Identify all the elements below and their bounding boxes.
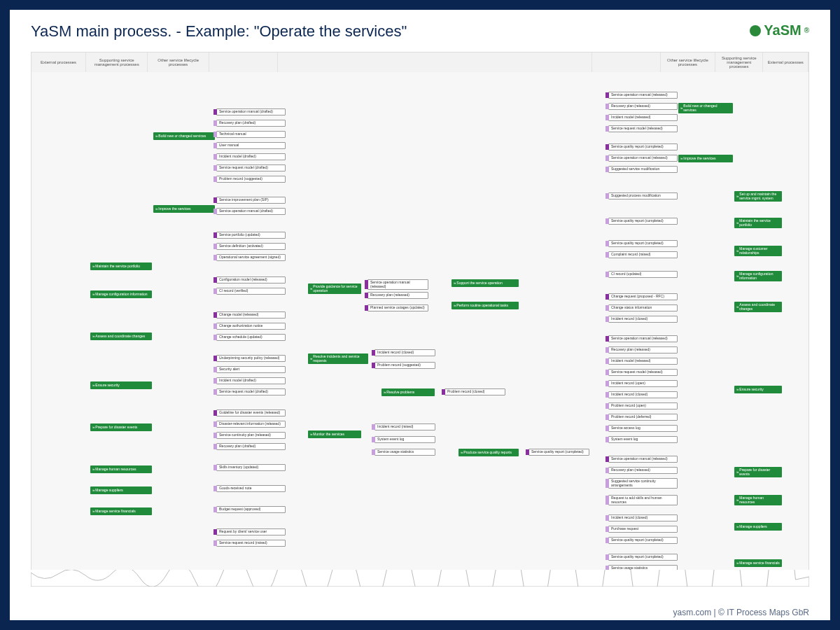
footer-copyright: © IT Process Maps GbR [718, 608, 809, 617]
lane-docs-l [209, 52, 278, 72]
left-doc-9: Service portfolio (updated) [216, 232, 286, 239]
left-doc-22: Disaster-relevant information (released) [216, 421, 286, 428]
lane-center [278, 52, 592, 72]
left-doc-6: Problem record (suggested) [216, 176, 286, 183]
left-process-5: »Ensure security [90, 382, 152, 389]
right-process-1: »Improve the services [678, 155, 733, 162]
header: YaSM main process. - Example: "Operate t… [10, 10, 830, 45]
registered-mark: ® [804, 27, 809, 34]
left-process-7: »Manage human resources [90, 465, 152, 473]
right-doc-0: Service operation manual (released) [608, 92, 678, 99]
lane-life-l: Other service lifecycle processes [148, 52, 209, 72]
center-top-proc-1: »Perform routine operational tasks [451, 302, 519, 309]
right-doc-25: Service operation manual (released) [608, 456, 678, 463]
left-doc-3: User manual [216, 142, 286, 149]
right-doc-2: Incident model (released) [608, 114, 678, 121]
center-monitor-doc-1: System event log [374, 436, 435, 443]
lane-sup-r: Supporting service management processes [715, 52, 763, 72]
center-resolve-doc-1: Problem record (suggested) [374, 362, 435, 369]
right-doc-6: Suggested service modification [608, 166, 678, 173]
center-monitor-doc-2: Service usage statistics [374, 449, 435, 456]
left-doc-29: Service request record (raised) [216, 540, 286, 547]
left-doc-21: Guideline for disaster events (released) [216, 410, 286, 416]
left-doc-7: Service improvement plan (SIP) [216, 197, 286, 204]
footer: yasm.com | © IT Process Maps GbR [673, 608, 809, 617]
right-process-3: »Maintain the service portfolio [734, 218, 782, 228]
left-doc-0: Service operation manual (drafted) [216, 108, 286, 115]
right-process-7: »Ensure security [734, 386, 782, 393]
left-doc-12: Configuration model (released) [216, 276, 286, 284]
right-doc-10: Complaint record (raised) [608, 251, 678, 258]
center-resolve-problems-doc: Problem record (closed) [444, 388, 505, 396]
left-doc-25: Skills inventory (updated) [216, 464, 286, 471]
torn-edge [31, 570, 809, 587]
left-doc-5: Service request model (drafted) [216, 164, 286, 172]
right-doc-23: Service access log [608, 425, 678, 432]
center-resolve-problems: »Resolve problems [382, 388, 435, 396]
right-doc-3: Service request model (released) [608, 125, 678, 132]
right-process-9: »Manage human resources [734, 495, 782, 505]
center-provide-guidance: »Provide guidance for service operation [308, 284, 361, 294]
right-process-11: »Manage service financials [734, 559, 782, 567]
footer-site: yasm.com [673, 608, 712, 617]
lane-docs-r [592, 52, 661, 72]
right-doc-16: Recovery plan (released) [608, 346, 678, 354]
right-process-8: »Prepare for disaster events [734, 467, 782, 477]
center-top-doc-0: Service operation manual (released) [368, 279, 428, 290]
right-doc-17: Incident model (released) [608, 358, 678, 365]
left-process-2: »Maintain the service portfolio [90, 262, 152, 270]
left-doc-1: Recovery plan (drafted) [216, 120, 286, 127]
left-process-1: »Improve the services [153, 205, 215, 213]
left-doc-28: Request by client/ service user [216, 528, 286, 536]
right-doc-28: Request to add skills and human resource… [608, 495, 678, 505]
lane-body-ext-l [31, 72, 88, 584]
left-doc-26: Goods-received note [216, 485, 286, 492]
right-doc-1: Recovery plan (released) [608, 103, 678, 110]
center-resolve-doc-0: Incident record (closed) [374, 349, 435, 356]
right-doc-7: Suggested process modification [608, 192, 678, 200]
lane-sup-l: Supporting service management processes [86, 52, 148, 72]
lane-headers: External processesSupporting service man… [31, 52, 808, 72]
lane-body-ext-r [780, 72, 809, 584]
left-process-8: »Manage suppliers [90, 486, 152, 494]
center-quality-reports: »Produce service quality reports [458, 449, 519, 456]
center-quality-doc: Service quality report (completed) [528, 449, 589, 456]
left-doc-16: Change schedule (updated) [216, 334, 286, 341]
right-doc-4: Service quality report (completed) [608, 144, 678, 150]
brand-text: YaSM [764, 22, 801, 38]
left-doc-11: Operational service agreement (signed) [216, 254, 286, 261]
lane-ext-r: External processes [763, 52, 808, 72]
right-process-10: »Manage suppliers [734, 523, 782, 531]
left-process-4: »Assess and coordinate changes [90, 332, 152, 340]
center-resolve: »Resolve incidents and service requests [308, 354, 368, 364]
center-top-doc-2: Planned service outages (updated) [368, 304, 428, 312]
left-process-6: »Prepare for disaster events [90, 424, 152, 431]
center-top-doc-1: Recovery plan (released) [368, 292, 428, 299]
left-doc-13: CI record (verified) [216, 288, 286, 295]
left-doc-20: Service request model (drafted) [216, 388, 286, 396]
right-process-2: »Set up and maintain the service mgmt. s… [734, 191, 782, 202]
right-doc-31: Service quality report (completed) [608, 537, 678, 544]
right-doc-24: System event log [608, 436, 678, 443]
right-doc-9: Service quality report (completed) [608, 240, 678, 247]
right-doc-13: Change status information [608, 304, 678, 312]
page-title: YaSM main process. - Example: "Operate t… [31, 22, 407, 41]
right-doc-21: Problem record (open) [608, 402, 678, 410]
right-doc-32: Service quality report (completed) [608, 554, 678, 561]
right-doc-30: Purchase request [608, 526, 678, 533]
right-doc-29: Incident record (closed) [608, 514, 678, 522]
left-doc-17: Underpinning security policy (released) [216, 355, 286, 362]
lane-body-sup-r [732, 72, 781, 584]
right-process-4: »Manage customer relationships [734, 246, 782, 256]
left-process-3: »Manage configuration information [90, 290, 152, 298]
left-doc-2: Technical manual [216, 131, 286, 138]
center-monitor-doc-0: Incident record (raised) [374, 424, 435, 430]
left-doc-14: Change model (released) [216, 312, 286, 318]
lane-body-center [284, 72, 606, 584]
right-doc-11: CI record (updated) [608, 271, 678, 278]
lane-ext-l: External processes [31, 52, 86, 72]
right-doc-27: Suggested service continuity arrangement… [608, 478, 678, 489]
left-doc-24: Recovery plan (drafted) [216, 443, 286, 450]
right-doc-26: Recovery plan (released) [608, 467, 678, 474]
diagram-frame: YaSM main process. - Example: "Operate t… [0, 0, 840, 630]
